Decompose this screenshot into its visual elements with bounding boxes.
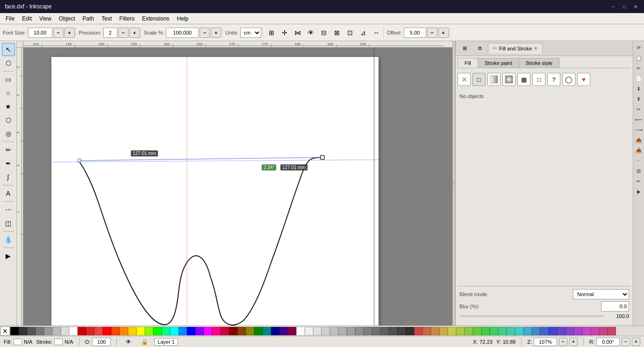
r-decrease[interactable]: − <box>622 338 630 346</box>
fr-btn-7[interactable]: ✂ <box>634 105 644 114</box>
zoom-decrease[interactable]: − <box>559 338 567 346</box>
palette-color[interactable] <box>212 327 221 335</box>
palette-color[interactable] <box>574 327 582 335</box>
fr-btn-14[interactable]: ✏ <box>634 177 644 186</box>
menu-text[interactable]: Text <box>98 14 115 23</box>
palette-color[interactable] <box>296 327 305 335</box>
palette-color[interactable] <box>540 327 549 335</box>
palette-color[interactable] <box>120 327 128 335</box>
fr-btn-11[interactable]: 📥 <box>634 146 644 155</box>
palette-color[interactable] <box>557 327 565 335</box>
scale-increase[interactable]: + <box>211 28 221 38</box>
palette-color[interactable] <box>179 327 187 335</box>
offset-decrease[interactable]: − <box>427 28 437 38</box>
canvas-area[interactable]: 140 145 150 155 160 165 170 175 180 185 <box>17 41 452 326</box>
calligraphy-tool-btn[interactable]: ∫ <box>2 170 15 184</box>
palette-color[interactable] <box>364 327 372 335</box>
zoom-input[interactable] <box>534 338 557 346</box>
node-tool-btn[interactable]: ⬡ <box>2 57 15 70</box>
pen-tool-btn[interactable]: ✒ <box>2 157 15 170</box>
palette-color[interactable] <box>422 327 431 335</box>
layer-select[interactable]: Layer 1 <box>154 338 178 346</box>
snap-btn5[interactable]: ⊟ <box>318 27 330 39</box>
font-size-decrease[interactable]: − <box>53 28 64 38</box>
palette-color[interactable] <box>591 327 599 335</box>
snap-btn4[interactable]: 👁 <box>305 27 317 39</box>
fill-linear-btn[interactable] <box>487 73 501 86</box>
fr-btn-15[interactable]: ▶ <box>634 187 644 196</box>
fr-btn-2[interactable]: 📋 <box>634 53 644 63</box>
no-color-swatch[interactable]: ✕ <box>0 326 10 336</box>
menu-extensions[interactable]: Extensions <box>138 14 173 23</box>
blur-slider[interactable] <box>459 315 604 317</box>
blend-mode-select[interactable]: Normal Multiply Screen Overlay Darken Li… <box>573 289 629 299</box>
fr-btn-10[interactable]: 📤 <box>634 135 644 145</box>
palette-color[interactable] <box>473 327 481 335</box>
minimize-button[interactable]: ─ <box>609 3 617 10</box>
sub-tab-fill[interactable]: Fill <box>458 58 478 68</box>
font-size-input[interactable] <box>28 28 52 38</box>
menu-view[interactable]: View <box>36 14 55 23</box>
palette-color[interactable] <box>27 327 36 335</box>
palette-color[interactable] <box>305 327 313 335</box>
fill-swatch-btn[interactable]: □ <box>532 73 545 86</box>
opacity-input[interactable] <box>92 338 111 346</box>
palette-color[interactable] <box>254 327 263 335</box>
fill-unknown-btn[interactable]: ? <box>547 73 560 86</box>
fr-btn-9[interactable]: ⟶ <box>634 125 644 135</box>
palette-color[interactable] <box>19 327 27 335</box>
palette-color[interactable] <box>136 327 145 335</box>
palette-color[interactable] <box>465 327 473 335</box>
palette-color[interactable] <box>145 327 153 335</box>
select-tool-btn[interactable]: ↖ <box>2 43 15 56</box>
palette-color[interactable] <box>498 327 507 335</box>
snap-btn1[interactable]: ⊞ <box>265 27 278 39</box>
menu-filters[interactable]: Filters <box>115 14 138 23</box>
fr-btn-3[interactable]: ✏ <box>634 64 644 73</box>
maximize-button[interactable]: □ <box>621 3 628 10</box>
snap-btn3[interactable]: ⋈ <box>292 27 304 39</box>
snap-btn7[interactable]: ⊡ <box>344 27 356 39</box>
palette-color[interactable] <box>162 327 170 335</box>
fr-btn-5[interactable]: ⬇ <box>634 84 644 93</box>
palette-color[interactable] <box>271 327 279 335</box>
lock-icon-btn[interactable]: 🔒 <box>138 336 150 347</box>
close-button[interactable]: ✕ <box>632 3 639 10</box>
snap-btn8[interactable]: ⊿ <box>357 27 369 39</box>
palette-color[interactable] <box>355 327 364 335</box>
panel-tab-fill-stroke[interactable]: ✏ Fill and Stroke ✕ <box>488 43 543 54</box>
palette-color[interactable] <box>608 327 616 335</box>
snap-btn9[interactable]: ↔ <box>370 27 382 39</box>
eye-icon-btn[interactable]: 👁 <box>122 336 135 347</box>
palette-color[interactable] <box>490 327 498 335</box>
palette-color[interactable] <box>582 327 591 335</box>
palette-color[interactable] <box>549 327 557 335</box>
palette-color[interactable] <box>10 327 19 335</box>
palette-color[interactable] <box>515 327 523 335</box>
palette-color[interactable] <box>565 327 574 335</box>
scale-decrease[interactable]: − <box>200 28 210 38</box>
fill-heart-btn[interactable]: ♥ <box>577 73 590 86</box>
font-size-increase[interactable]: + <box>64 28 75 38</box>
sub-tab-stroke-paint[interactable]: Stroke paint <box>478 58 519 68</box>
palette-color[interactable] <box>103 327 111 335</box>
palette-color[interactable] <box>153 327 162 335</box>
offset-increase[interactable]: + <box>438 28 449 38</box>
palette-color[interactable] <box>372 327 380 335</box>
snap-btn6[interactable]: ⊠ <box>331 27 343 39</box>
palette-color[interactable] <box>246 327 254 335</box>
eraser-tool-btn[interactable]: ◫ <box>2 217 15 230</box>
palette-color[interactable] <box>94 327 103 335</box>
spiral-tool-btn[interactable]: ◎ <box>2 127 15 140</box>
palette-color[interactable] <box>523 327 532 335</box>
scale-input[interactable] <box>166 28 199 38</box>
fill-flat-btn[interactable]: □ <box>472 73 486 86</box>
palette-color[interactable] <box>44 327 52 335</box>
fr-btn-12[interactable]: ⋯ <box>634 156 644 165</box>
panel-tab-xml[interactable]: ⊞ <box>458 43 472 54</box>
dropper-tool-btn[interactable]: 💧 <box>2 233 15 246</box>
r-input[interactable] <box>596 338 620 346</box>
fr-btn-6[interactable]: ⬆ <box>634 94 644 104</box>
palette-color[interactable] <box>279 327 288 335</box>
palette-color[interactable] <box>448 327 456 335</box>
